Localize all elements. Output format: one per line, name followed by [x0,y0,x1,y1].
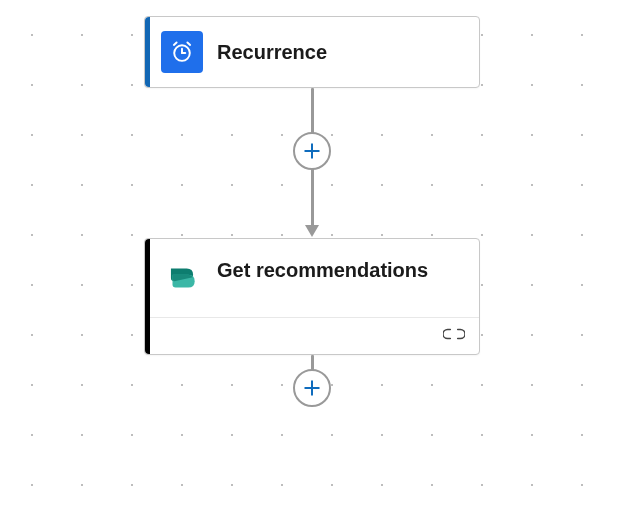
connector-tail [311,355,314,415]
node-footer [145,317,479,354]
power-platform-icon [161,257,203,299]
link-icon[interactable] [443,326,465,346]
add-step-button[interactable] [293,132,331,170]
node-header: Get recommendations [145,239,479,317]
node-title: Get recommendations [217,257,428,283]
add-step-button[interactable] [293,369,331,407]
node-accent [145,239,150,354]
svg-line-4 [187,42,190,44]
node-get-recommendations[interactable]: Get recommendations [144,238,480,355]
node-header: Recurrence [145,17,479,87]
flow-canvas[interactable]: Recurrence Get recommendations [0,0,624,415]
node-recurrence[interactable]: Recurrence [144,16,480,88]
svg-line-3 [174,42,177,44]
connector-arrowhead [305,225,319,237]
clock-alarm-icon [161,31,203,73]
node-accent [145,17,150,87]
node-title: Recurrence [217,39,327,65]
connector-trigger-to-action [305,88,319,238]
